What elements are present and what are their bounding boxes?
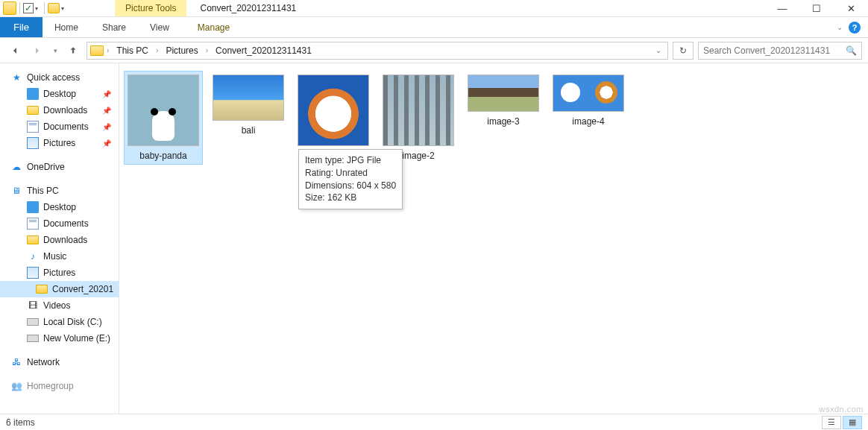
thumbnail [128,75,199,146]
search-icon: 🔍 [846,45,857,56]
file-label: image-4 [572,116,604,127]
crumb-current[interactable]: Convert_202012311431 [211,45,316,56]
qat-dropdown-icon[interactable]: ▾ [35,5,41,12]
help-icon[interactable]: ? [849,22,861,34]
tree-item[interactable]: Documents📌 [0,118,119,135]
qat-properties-icon[interactable]: ✓ [23,3,34,13]
pics-icon [27,267,39,279]
tree-item[interactable]: ♪Music [0,248,119,265]
tree-label: OneDrive [27,162,65,172]
tree-label: Quick access [27,72,80,83]
tree-item[interactable]: Pictures [0,265,119,281]
tree-label: Pictures [43,138,75,148]
tab-view[interactable]: View [138,17,181,37]
tree-item[interactable]: Downloads📌 [0,102,119,118]
tab-home[interactable]: Home [43,17,90,37]
drive-icon [27,318,39,326]
qat-customize-icon[interactable]: ▾ [61,5,67,12]
folder-icon [27,235,39,244]
status-count: 6 items [6,417,35,428]
thumbnail [213,75,284,121]
tree-quick-access[interactable]: ★Quick access [0,69,119,86]
file-item[interactable]: bali [209,71,288,139]
tree-item[interactable]: Downloads [0,232,119,248]
desktop-icon [27,201,39,213]
contextual-tools-label: Picture Tools [115,0,186,16]
tab-share[interactable]: Share [90,17,138,37]
tooltip-line: Dimensions: 604 x 580 [305,180,396,192]
content-pane[interactable]: baby-pandabaliimage-1image-2image-3image… [119,63,868,414]
file-item[interactable]: image-3 [464,71,543,130]
tree-label: Videos [43,300,70,311]
folder-icon [27,106,39,115]
tree-label: Documents [43,121,89,132]
tree-label: Downloads [43,105,87,116]
tree-label: Music [43,251,66,262]
address-folder-icon [90,45,104,56]
search-box[interactable]: 🔍 [698,42,862,60]
navigation-tree[interactable]: ★Quick access Desktop📌Downloads📌Document… [0,63,119,414]
tree-label: Pictures [43,268,75,278]
file-tab[interactable]: File [0,17,43,37]
crumb-pictures[interactable]: Pictures [161,45,202,56]
tree-label: Homegroup [27,381,74,391]
tab-manage[interactable]: Manage [186,17,242,37]
minimize-button[interactable]: — [765,0,799,16]
qat-newfolder-icon[interactable] [48,3,60,13]
tree-item[interactable]: New Volume (E:) [0,330,119,347]
address-bar[interactable]: › This PC › Pictures › Convert_202012311… [87,42,668,60]
tree-current-folder[interactable]: Convert_20201 [0,281,119,297]
maximize-button[interactable]: ☐ [799,0,834,16]
music-icon: ♪ [27,250,39,262]
tree-onedrive[interactable]: ☁OneDrive [0,159,119,175]
file-item[interactable]: image-4 [549,71,628,130]
tree-item[interactable]: Desktop📌 [0,86,119,102]
thumbnail [553,75,624,112]
tree-item[interactable]: 🎞Videos [0,297,119,314]
tooltip-line: Size: 162 KB [305,192,396,204]
address-dropdown-icon[interactable]: ⌄ [655,46,661,54]
tree-label: Downloads [43,235,87,245]
pics-icon [27,137,39,149]
tree-item[interactable]: Pictures📌 [0,135,119,151]
thumbnail [298,75,369,146]
close-button[interactable]: ✕ [834,0,868,16]
tree-label: Desktop [43,89,76,99]
tree-homegroup[interactable]: 👥Homegroup [0,378,119,394]
refresh-button[interactable]: ↻ [673,42,694,60]
homegroup-icon: 👥 [10,380,22,392]
ribbon-collapse-icon[interactable]: ⌄ [837,23,843,31]
tree-label: Desktop [43,202,76,212]
crumb-this-pc[interactable]: This PC [112,45,153,56]
tree-network[interactable]: 🖧Network [0,354,119,370]
quick-access-toolbar: ✓ ▾ ▾ [0,0,70,16]
search-input[interactable] [703,45,846,56]
view-details-button[interactable]: ☰ [822,416,841,429]
back-button[interactable] [6,42,24,60]
file-label: bali [242,125,256,136]
tree-this-pc[interactable]: 🖥This PC [0,183,119,199]
tree-label: This PC [27,186,59,196]
tree-label: Convert_20201 [52,284,113,294]
file-label: image-2 [402,151,434,161]
pin-icon: 📌 [102,107,111,115]
file-item[interactable]: baby-panda [124,71,203,165]
tree-label: Documents [43,218,89,229]
folder-icon [36,285,48,294]
forward-button[interactable] [28,42,46,60]
tree-item[interactable]: Local Disk (C:) [0,314,119,330]
tree-item[interactable]: Documents [0,215,119,232]
tree-label: Local Disk (C:) [43,317,102,327]
docs-icon [27,218,39,230]
thumbnail [468,75,539,112]
up-button[interactable] [64,42,82,60]
cloud-icon: ☁ [10,161,22,173]
view-large-icons-button[interactable]: ▦ [843,416,862,429]
history-dropdown-icon[interactable]: ▾ [51,42,60,60]
video-icon: 🎞 [27,300,39,312]
star-icon: ★ [10,72,22,83]
pin-icon: 📌 [102,123,111,131]
tree-item[interactable]: Desktop [0,199,119,215]
window-title: Convert_202012311431 [186,0,309,16]
tooltip-line: Rating: Unrated [305,167,396,180]
